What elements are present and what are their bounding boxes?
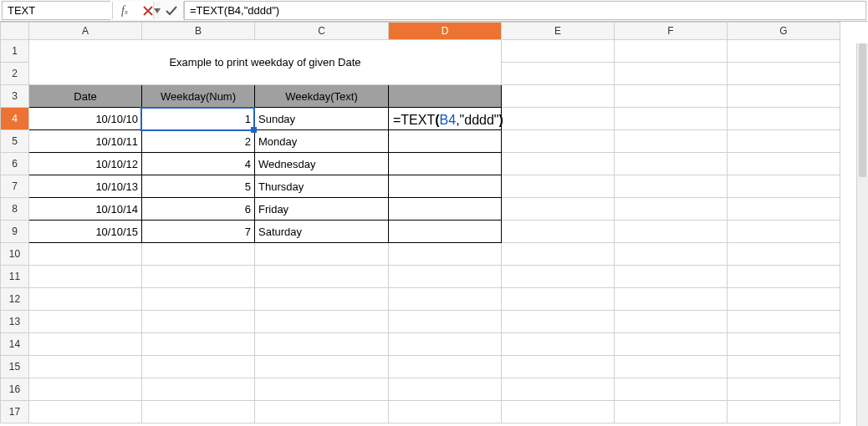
cell[interactable]	[728, 311, 840, 333]
cell-B4[interactable]: 1	[142, 108, 255, 130]
col-header-A[interactable]: A	[29, 23, 142, 40]
hdr-wnum[interactable]: Weekday(Num)	[142, 85, 255, 108]
cell[interactable]	[615, 311, 728, 333]
cell[interactable]	[615, 243, 728, 266]
row-header[interactable]: 2	[1, 63, 29, 85]
row-header[interactable]: 5	[1, 130, 29, 153]
col-header-E[interactable]: E	[502, 23, 615, 40]
row-header[interactable]: 4	[1, 108, 29, 130]
cell[interactable]	[502, 221, 615, 243]
hdr-empty[interactable]	[389, 85, 502, 108]
cell-A6[interactable]: 10/10/12	[29, 153, 142, 175]
cell-B9[interactable]: 7	[142, 221, 255, 243]
cell[interactable]	[728, 108, 840, 130]
cell[interactable]	[615, 175, 728, 198]
cell[interactable]	[502, 401, 615, 423]
cell-B8[interactable]: 6	[142, 198, 255, 221]
row-header[interactable]: 13	[1, 311, 29, 333]
cell[interactable]	[728, 333, 840, 356]
name-box[interactable]	[2, 1, 110, 20]
scrollbar-thumb[interactable]	[859, 43, 866, 177]
col-header-B[interactable]: B	[142, 23, 255, 40]
cell[interactable]	[29, 333, 142, 356]
cell[interactable]	[615, 130, 728, 153]
cell[interactable]	[728, 175, 840, 198]
cell[interactable]	[502, 85, 615, 108]
cell-C4[interactable]: Sunday	[255, 108, 389, 130]
cell-B5[interactable]: 2	[142, 130, 255, 153]
cell[interactable]	[389, 243, 502, 266]
cell[interactable]	[29, 288, 142, 311]
cell-B7[interactable]: 5	[142, 175, 255, 198]
cell[interactable]	[255, 266, 389, 288]
cell[interactable]	[615, 153, 728, 175]
cell[interactable]	[502, 198, 615, 221]
cell[interactable]	[142, 288, 255, 311]
cell[interactable]	[142, 333, 255, 356]
cell[interactable]	[502, 153, 615, 175]
row-header[interactable]: 16	[1, 378, 29, 401]
row-header[interactable]: 17	[1, 401, 29, 423]
cell[interactable]	[142, 266, 255, 288]
cell[interactable]	[142, 401, 255, 423]
formula-input[interactable]	[185, 2, 865, 19]
row-header[interactable]: 1	[1, 40, 29, 63]
cell[interactable]	[255, 356, 389, 378]
formula-input-wrap[interactable]	[184, 1, 866, 20]
vertical-scrollbar[interactable]	[856, 43, 868, 426]
cell[interactable]	[502, 130, 615, 153]
cell[interactable]	[615, 356, 728, 378]
cell[interactable]	[615, 85, 728, 108]
row-header[interactable]: 6	[1, 153, 29, 175]
cell[interactable]	[728, 153, 840, 175]
cell[interactable]	[502, 266, 615, 288]
cell[interactable]	[502, 243, 615, 266]
cell-D4[interactable]	[389, 108, 502, 130]
row-header[interactable]: 15	[1, 356, 29, 378]
row-header[interactable]: 14	[1, 333, 29, 356]
spreadsheet-grid[interactable]: A B C D E F G 1 Example to print weekday…	[0, 22, 868, 426]
cell[interactable]	[29, 401, 142, 423]
cell[interactable]	[502, 311, 615, 333]
cell[interactable]	[615, 333, 728, 356]
cell[interactable]	[142, 356, 255, 378]
row-header[interactable]: 3	[1, 85, 29, 108]
row-header[interactable]: 7	[1, 175, 29, 198]
cell[interactable]	[389, 356, 502, 378]
cell[interactable]	[728, 40, 840, 63]
cell-D8[interactable]	[389, 198, 502, 221]
title-cell[interactable]: Example to print weekday of given Date	[29, 40, 502, 85]
cell-C8[interactable]: Friday	[255, 198, 389, 221]
cell[interactable]	[728, 401, 840, 423]
cell-A5[interactable]: 10/10/11	[29, 130, 142, 153]
cell[interactable]	[502, 63, 615, 85]
cell-A4[interactable]: 10/10/10	[29, 108, 142, 130]
cell[interactable]	[29, 243, 142, 266]
cell[interactable]	[29, 356, 142, 378]
cell[interactable]	[728, 356, 840, 378]
cell[interactable]	[255, 333, 389, 356]
cell[interactable]	[389, 378, 502, 401]
cell[interactable]	[502, 356, 615, 378]
cell[interactable]	[728, 221, 840, 243]
col-header-G[interactable]: G	[728, 23, 840, 40]
cell-D6[interactable]	[389, 153, 502, 175]
cell[interactable]	[615, 108, 728, 130]
cell[interactable]	[255, 378, 389, 401]
cell[interactable]	[615, 288, 728, 311]
hdr-date[interactable]: Date	[29, 85, 142, 108]
col-header-C[interactable]: C	[255, 23, 389, 40]
cell[interactable]	[142, 243, 255, 266]
cell[interactable]	[142, 311, 255, 333]
cell[interactable]	[389, 311, 502, 333]
cell[interactable]	[389, 333, 502, 356]
cell[interactable]	[728, 378, 840, 401]
cell[interactable]	[502, 333, 615, 356]
cell[interactable]	[502, 288, 615, 311]
cell[interactable]	[389, 401, 502, 423]
cell[interactable]	[615, 63, 728, 85]
cell[interactable]	[142, 378, 255, 401]
cell[interactable]	[728, 266, 840, 288]
cell[interactable]	[728, 85, 840, 108]
cell[interactable]	[29, 266, 142, 288]
